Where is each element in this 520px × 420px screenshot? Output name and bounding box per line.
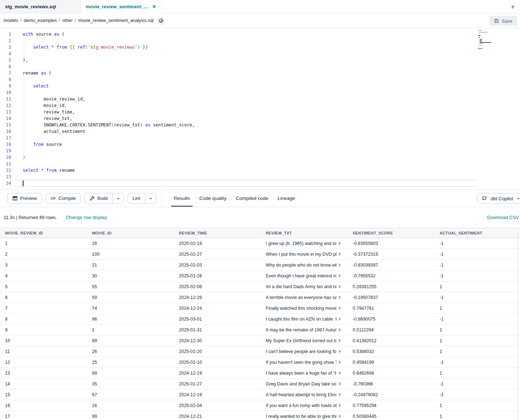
expand-cell-icon[interactable] (338, 382, 341, 386)
close-tab-icon[interactable]: ✕ (152, 4, 156, 9)
expand-cell-icon[interactable] (338, 360, 341, 364)
code-line[interactable]: 22select * from rename (0, 167, 520, 174)
code-line[interactable]: 1with source as ( (0, 31, 520, 37)
code-line[interactable]: 10 (0, 89, 520, 96)
expand-cell-icon[interactable] (338, 403, 341, 407)
expand-cell-icon[interactable] (338, 274, 341, 278)
cell-sentiment_score: 0.50380445 (348, 414, 435, 419)
code-line[interactable]: 2 (0, 37, 520, 44)
cell-review_time: 2024-12-21 (174, 414, 261, 419)
line-number: 11 (0, 96, 14, 102)
code-line[interactable]: 5), (0, 57, 520, 63)
table-row: 12252025-01-10If you haven't seen the go… (0, 357, 520, 368)
cell-sentiment_score: -0.37372315 (348, 252, 435, 257)
lint-dropdown-button[interactable] (145, 193, 156, 204)
cell-movie_review_id: 3 (0, 263, 87, 268)
preview-button[interactable]: Preview (7, 193, 42, 204)
expand-cell-icon[interactable] (338, 285, 341, 289)
expand-cell-icon[interactable] (338, 241, 341, 245)
code-line[interactable]: 3 select * from {{ ref('stg_movie_review… (0, 44, 520, 50)
code-line[interactable]: 4 (0, 50, 520, 57)
cell-actual_sentiment: -1 (435, 263, 520, 268)
breadcrumb-segment: models (4, 18, 18, 23)
dbt-copilot-button[interactable]: dbt Copilot (477, 193, 520, 204)
cell-actual_sentiment: -1 (435, 360, 520, 365)
code-line[interactable]: 15 SNOWFLAKE.CORTEX.SENTIMENT(review_txt… (0, 122, 520, 128)
cell-sentiment_score: -0.83555603 (348, 241, 435, 246)
tab-compiled-code[interactable]: Compiled code (231, 190, 273, 207)
cell-review-txt: If you want a fun romp with loads of s… (261, 403, 348, 408)
code-line[interactable]: 18 from source (0, 141, 520, 148)
cell-review_time: 2025-03-01 (174, 317, 261, 322)
tab-lineage[interactable]: Lineage (273, 190, 300, 207)
preview-button-label: Preview (20, 196, 37, 201)
editor-file-tab[interactable]: movie_review_sentiment_…✕ (81, 0, 162, 13)
line-number: 12 (0, 102, 14, 109)
editor-file-tab[interactable]: stg_movie_reviews.sql (0, 0, 81, 13)
review-text: I can't believe people are looking for a… (266, 349, 336, 354)
new-tab-button[interactable]: + (511, 3, 515, 10)
cell-movie_id: 99 (87, 414, 174, 419)
expand-cell-icon[interactable] (338, 371, 341, 375)
code-line[interactable]: 9 select (0, 83, 520, 89)
code-line[interactable]: 20) (0, 154, 520, 161)
cell-review-txt: My Super Ex Girlfriend turned out to b… (261, 338, 348, 343)
expand-cell-icon[interactable] (338, 393, 341, 397)
expand-cell-icon[interactable] (338, 339, 341, 343)
cell-actual_sentiment: 1 (435, 306, 520, 311)
compile-button[interactable]: Compile (45, 193, 81, 204)
expand-cell-icon[interactable] (338, 295, 341, 299)
code-text (14, 135, 520, 141)
copilot-badge[interactable] (157, 17, 165, 25)
column-header: ACTUAL_SENTIMENT (435, 231, 520, 235)
code-text: movie_review_id, (14, 96, 520, 102)
table-row: 10892024-12-30My Super Ex Girlfriend tur… (0, 335, 520, 346)
code-line[interactable]: 24 (0, 180, 520, 187)
cell-review-txt: I have always been a huge fan of "Hom… (261, 371, 348, 376)
code-line[interactable]: 12 movie_id, (0, 102, 520, 109)
cell-movie_id: 30 (87, 273, 174, 278)
code-line[interactable]: 17 (0, 135, 520, 141)
cell-movie_review_id: 5 (0, 284, 87, 289)
build-dropdown-button[interactable] (113, 193, 124, 204)
code-line[interactable]: 7rename as ( (0, 70, 520, 76)
expand-cell-icon[interactable] (338, 414, 341, 418)
expand-cell-icon[interactable] (338, 349, 341, 353)
cell-movie_review_id: 10 (0, 338, 87, 343)
cell-movie_id: 28 (87, 241, 174, 246)
code-text: ), (14, 57, 520, 63)
code-line[interactable]: 11 movie_review_id, (0, 96, 520, 102)
change-row-display-link[interactable]: Change row display (66, 215, 107, 220)
save-button[interactable]: Save (489, 16, 517, 26)
code-editor[interactable]: 1with source as (23 select * from {{ ref… (0, 28, 520, 190)
expand-cell-icon[interactable] (338, 252, 341, 256)
build-button[interactable]: Build (85, 193, 113, 204)
cell-movie_id: 89 (87, 338, 174, 343)
code-line[interactable]: 6 (0, 63, 520, 70)
code-line[interactable]: 13 review_time, (0, 109, 520, 115)
download-csv-link[interactable]: Download CSV (487, 215, 519, 220)
code-line[interactable]: 16 actual_sentiment (0, 128, 520, 135)
expand-cell-icon[interactable] (338, 306, 341, 310)
tab-results[interactable]: Results (169, 190, 195, 207)
code-line[interactable]: 21 (0, 161, 520, 167)
review-text: It may be the remake of 1987 Autumn'… (266, 327, 336, 332)
expand-cell-icon[interactable] (338, 317, 341, 321)
lint-button[interactable]: Lint (128, 193, 145, 204)
cell-movie_id: 35 (87, 381, 174, 387)
results-header-row: MOVIE_REVIEW_IDMOVIE_IDREVIEW_TIMEREVIEW… (0, 228, 520, 238)
cell-actual_sentiment: -1 (435, 381, 520, 387)
code-line[interactable]: 8 (0, 76, 520, 83)
expand-cell-icon[interactable] (338, 263, 341, 267)
code-line[interactable]: 23 (0, 174, 520, 180)
review-text: A terrible movie as everyone has said. … (266, 295, 336, 300)
code-line[interactable]: 14 review_txt, (0, 115, 520, 122)
minimap[interactable] (478, 30, 504, 51)
expand-cell-icon[interactable] (338, 328, 341, 332)
cell-review_time: 2025-02-27 (174, 252, 261, 257)
tab-bar: stg_movie_reviews.sqlmovie_review_sentim… (0, 0, 520, 13)
tab-code-quality[interactable]: Code quality (195, 190, 231, 207)
code-line[interactable]: 19 (0, 148, 520, 154)
review-text: Even though I have great interest in Bi… (266, 273, 336, 278)
cell-review-txt: It may be the remake of 1987 Autumn'… (261, 327, 348, 332)
